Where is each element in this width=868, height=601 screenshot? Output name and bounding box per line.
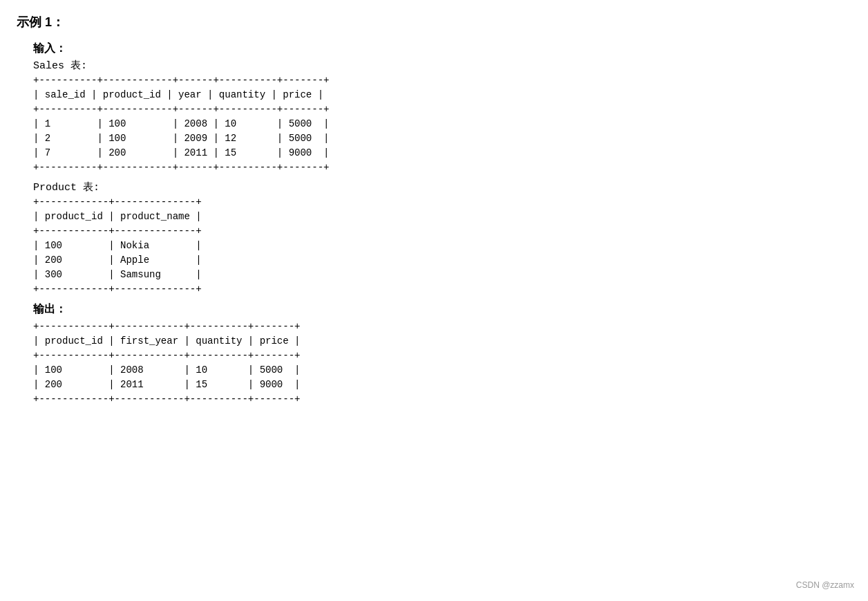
output-label: 输出：	[33, 302, 851, 317]
page-container: 示例 1： 输入： Sales 表: +----------+---------…	[0, 0, 868, 426]
product-table: +------------+--------------+ | product_…	[33, 195, 851, 297]
section-title: 示例 1：	[17, 14, 851, 30]
content-block: 输入： Sales 表: +----------+------------+--…	[17, 41, 851, 407]
output-table: +------------+------------+----------+--…	[33, 320, 851, 407]
watermark: CSDN @zzamx	[796, 580, 854, 590]
input-label: 输入：	[33, 41, 851, 56]
sales-table-label: Sales 表:	[33, 59, 851, 72]
sales-table: +----------+------------+------+--------…	[33, 73, 851, 175]
product-table-label: Product 表:	[33, 181, 851, 194]
